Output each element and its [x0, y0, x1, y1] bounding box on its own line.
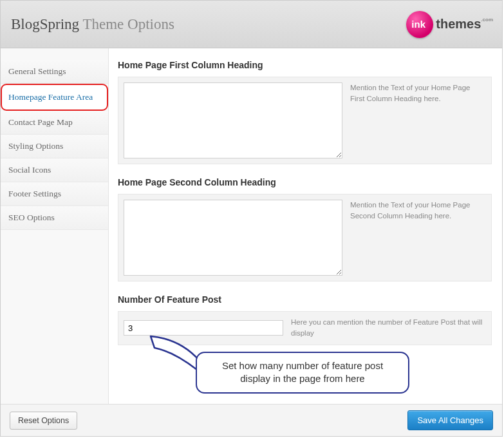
field-second-column: Mention the Text of your Home Page Secon… [118, 194, 492, 281]
sidebar-item-seo-options[interactable]: SEO Options [1, 206, 108, 230]
field-feature-post: Here you can mention the number of Featu… [118, 311, 492, 345]
sidebar: General Settings Homepage Feature Area C… [1, 48, 109, 404]
section-title-feature-post: Number Of Feature Post [118, 294, 492, 305]
second-column-help: Mention the Text of your Home Page Secon… [350, 200, 486, 222]
section-title-first-column: Home Page First Column Heading [118, 60, 492, 70]
footer: Reset Options Save All Changes [1, 404, 502, 436]
field-first-column: Mention the Text of your Home Page First… [118, 77, 492, 164]
section-title-second-column: Home Page Second Column Heading [118, 177, 492, 187]
sidebar-item-footer-settings[interactable]: Footer Settings [1, 182, 108, 206]
reset-options-button[interactable]: Reset Options [10, 412, 77, 430]
sidebar-item-homepage-feature-area[interactable]: Homepage Feature Area [1, 84, 108, 111]
header: BlogSpring Theme Options themes.com [1, 1, 502, 48]
ink-logo-icon [406, 11, 433, 38]
first-column-heading-input[interactable] [124, 82, 342, 158]
brand-logo: themes.com [397, 9, 493, 40]
feature-post-help: Here you can mention the number of Featu… [291, 317, 486, 339]
save-all-changes-button[interactable]: Save All Changes [407, 410, 493, 430]
sidebar-item-contact-page-map[interactable]: Contact Page Map [1, 111, 108, 135]
feature-post-count-input[interactable] [124, 320, 283, 336]
title-light: Theme Options [82, 16, 174, 32]
sidebar-item-general-settings[interactable]: General Settings [1, 60, 108, 84]
content-area: Home Page First Column Heading Mention t… [109, 48, 502, 404]
page-title: BlogSpring Theme Options [11, 16, 174, 33]
title-strong: BlogSpring [11, 16, 79, 32]
first-column-help: Mention the Text of your Home Page First… [350, 82, 486, 105]
sidebar-item-styling-options[interactable]: Styling Options [1, 135, 108, 158]
sidebar-item-social-icons[interactable]: Social Icons [1, 158, 108, 182]
logo-text: themes.com [436, 17, 493, 32]
second-column-heading-input[interactable] [124, 200, 342, 276]
